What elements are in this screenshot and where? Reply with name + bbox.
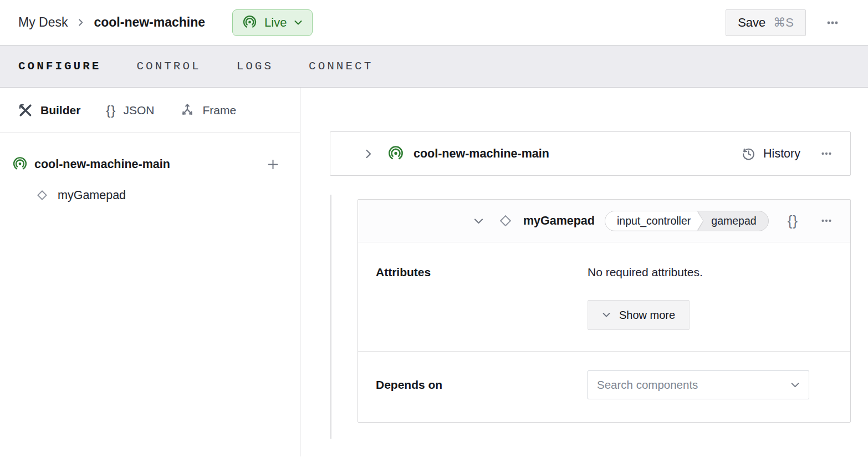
attributes-section: Attributes No required attributes. Show …: [358, 242, 850, 352]
depends-on-section: Depends on: [358, 352, 850, 422]
component-diamond-icon: [35, 188, 49, 202]
breadcrumb-parent-link[interactable]: My Desk: [18, 15, 68, 30]
machine-card-menu-button[interactable]: [817, 144, 836, 163]
braces-icon: {}: [106, 103, 116, 118]
tab-connect[interactable]: CONNECT: [309, 60, 373, 73]
show-more-button[interactable]: Show more: [588, 300, 690, 330]
topbar-actions: Save ⌘S: [726, 9, 843, 36]
tree-item-component[interactable]: myGamepad: [0, 182, 300, 209]
history-button-label: History: [763, 147, 800, 161]
component-model-label: gamepad: [704, 215, 768, 227]
add-component-button[interactable]: [264, 155, 282, 174]
broadcast-icon: [387, 145, 404, 162]
view-tab-json-label: JSON: [123, 104, 154, 117]
topbar-overflow-menu-button[interactable]: [823, 13, 843, 33]
attributes-empty-text: No required attributes.: [588, 265, 833, 280]
view-tab-builder-label: Builder: [40, 104, 80, 117]
view-tab-frame[interactable]: Frame: [180, 103, 236, 118]
component-type-badge: input_controller gamepad: [605, 211, 769, 231]
component-diamond-icon: [497, 212, 514, 229]
machine-part-card: cool-new-machine-main History: [330, 131, 851, 176]
save-button[interactable]: Save ⌘S: [726, 9, 806, 36]
history-clock-icon: [741, 146, 756, 161]
tabbar: CONFIGURE CONTROL LOGS CONNECT: [0, 45, 868, 88]
live-status-button[interactable]: Live: [232, 9, 313, 36]
depends-on-search-input[interactable]: [597, 378, 790, 392]
chevron-down-icon: [294, 18, 303, 27]
frame-axes-icon: [180, 103, 195, 118]
save-button-label: Save: [738, 16, 765, 30]
component-card: myGamepad input_controller gamepad {} At…: [358, 199, 851, 423]
chevron-down-icon: [602, 311, 611, 319]
chevron-down-icon[interactable]: [790, 380, 800, 390]
history-button[interactable]: History: [741, 146, 800, 161]
view-tab-json[interactable]: {} JSON: [106, 103, 154, 118]
broadcast-icon: [12, 156, 28, 172]
topbar: My Desk cool-new-machine Live Save ⌘S: [0, 0, 868, 45]
component-card-header: myGamepad input_controller gamepad {}: [358, 200, 850, 242]
tree-connector-line: [330, 195, 331, 439]
attributes-label: Attributes: [376, 265, 588, 330]
tree-item-machine-part-label: cool-new-machine-main: [34, 158, 170, 171]
live-status-label: Live: [264, 16, 287, 30]
breadcrumb-machine-name: cool-new-machine: [94, 15, 205, 30]
configure-main-panel: cool-new-machine-main History: [300, 88, 868, 456]
tab-configure[interactable]: CONFIGURE: [18, 60, 101, 73]
broadcast-icon: [242, 15, 257, 30]
machine-tree: cool-new-machine-main myGamepad: [0, 133, 300, 209]
configure-sidebar: Builder {} JSON Frame: [0, 88, 300, 456]
chevron-right-icon: [76, 18, 85, 27]
breadcrumb: My Desk cool-new-machine: [18, 15, 205, 30]
show-more-button-label: Show more: [619, 309, 675, 322]
depends-on-search-select: [588, 370, 809, 399]
collapse-component-card-button[interactable]: [473, 216, 484, 226]
expand-machine-card-button[interactable]: [363, 149, 374, 159]
tab-logs[interactable]: LOGS: [237, 60, 273, 73]
view-tab-frame-label: Frame: [202, 104, 236, 117]
view-switcher: Builder {} JSON Frame: [0, 88, 300, 133]
tools-icon: [18, 103, 33, 118]
component-card-menu-button[interactable]: [817, 211, 836, 230]
machine-part-card-title: cool-new-machine-main: [413, 147, 549, 161]
edit-json-button[interactable]: {}: [785, 210, 800, 232]
tree-item-component-label: myGamepad: [58, 189, 126, 202]
tab-control[interactable]: CONTROL: [136, 60, 201, 73]
save-shortcut-hint: ⌘S: [773, 16, 794, 30]
depends-on-label: Depends on: [376, 378, 588, 392]
component-type-label: input_controller: [605, 211, 703, 231]
component-card-title: myGamepad: [523, 214, 595, 228]
tree-item-machine-part[interactable]: cool-new-machine-main: [0, 150, 300, 179]
content-area: Builder {} JSON Frame: [0, 88, 868, 456]
view-tab-builder[interactable]: Builder: [18, 103, 80, 118]
